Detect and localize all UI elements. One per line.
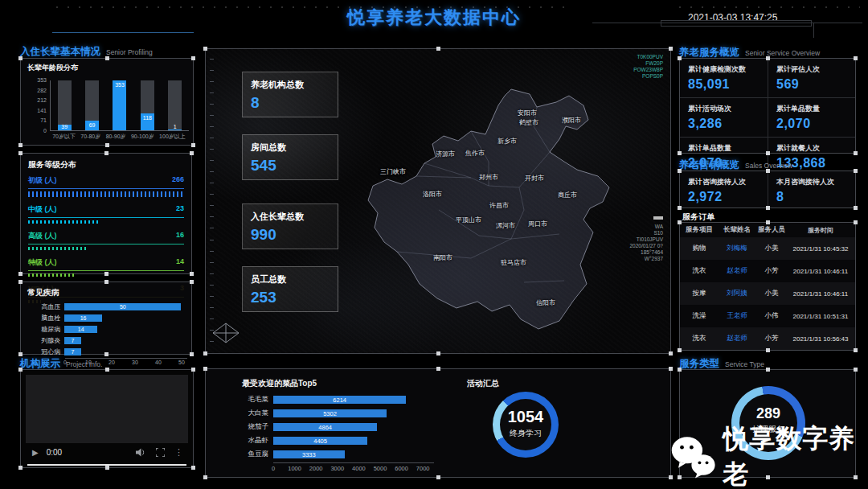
kpi-value: 85,091 — [688, 77, 760, 92]
dish-x-tick: 5000 — [374, 465, 387, 472]
sales-overview-title: 养老营销概览 — [679, 159, 739, 171]
age-bar[interactable]: 1 — [168, 80, 182, 130]
kpi-cell[interactable]: 累计评估人次569 — [768, 59, 855, 98]
video-screen[interactable] — [26, 375, 188, 443]
overlay-line: W°2937 — [629, 256, 663, 262]
city-label[interactable]: 郑州市 — [479, 173, 498, 182]
service-level-line — [28, 270, 184, 271]
map-overlay-top-right: T0K00PUVFW20PPOW23W8PPOPS0P — [633, 54, 663, 80]
city-label[interactable]: 周口市 — [528, 220, 547, 228]
dish-row[interactable]: 水晶虾4405 — [220, 434, 434, 447]
video-controls: ▶ 0:00 ⋮ — [26, 443, 188, 461]
stat-card-label: 房间总数 — [251, 142, 330, 154]
video-time: 0:00 — [47, 448, 62, 457]
city-label[interactable]: 开封市 — [525, 174, 544, 183]
service-overview-title: 养老服务概览 — [679, 47, 739, 58]
volume-icon[interactable] — [136, 448, 146, 457]
watermark-text: 悦享数字养老 — [723, 421, 868, 489]
panel-handle — [105, 368, 109, 372]
disease-row[interactable]: 高血压50 — [27, 302, 185, 312]
order-item: 洗衣 — [680, 266, 719, 276]
disease-row[interactable]: 脑血栓16 — [27, 313, 185, 323]
order-staff: 小伟 — [755, 311, 788, 321]
stat-card[interactable]: 员工总数253 — [242, 266, 338, 312]
dish-row[interactable]: 烧茄子4864 — [220, 421, 434, 434]
panel-handle — [854, 56, 858, 60]
service-level-row[interactable]: 高级 (人)16 — [28, 231, 184, 250]
order-row[interactable]: 洗衣赵老师小芳2021/1/31 10:46:11 — [680, 260, 855, 282]
fullscreen-icon[interactable] — [156, 448, 165, 457]
age-bar[interactable]: 69 — [85, 80, 99, 130]
age-bar-value: 1 — [168, 124, 182, 129]
kpi-cell[interactable]: 累计单品数量2,070 — [768, 98, 855, 138]
overlay-line: 185°7464 — [629, 249, 663, 256]
panel-handle — [18, 352, 23, 356]
city-label[interactable]: 濮阳市 — [562, 116, 581, 125]
dish-row[interactable]: 毛毛菜6214 — [220, 393, 434, 406]
city-label[interactable]: 济源市 — [436, 150, 455, 158]
project-title: 机构展示 — [20, 358, 60, 369]
disease-track: 7 — [64, 337, 185, 344]
service-level-row-head: 中级 (人)23 — [28, 204, 184, 215]
disease-row[interactable]: 列腺炎7 — [27, 335, 185, 346]
order-row[interactable]: 购物刘梅梅小美2021/1/31 10:45:32 — [680, 237, 855, 260]
city-label[interactable]: 信阳市 — [536, 298, 555, 307]
age-y-tick: 353 — [27, 77, 47, 83]
panel-handle — [18, 368, 23, 372]
overlay-line: 2020/01/27 0? — [629, 243, 663, 249]
city-label[interactable]: 南阳市 — [433, 253, 452, 262]
stat-card[interactable]: 房间总数545 — [242, 134, 338, 180]
stat-card-label: 员工总数 — [251, 273, 330, 286]
order-row[interactable]: 洗衣赵老师小芳2021/1/31 10:56:43 — [680, 327, 855, 350]
disease-track: 16 — [64, 314, 185, 322]
service-type-title: 服务类型 — [679, 358, 719, 369]
city-label[interactable]: 驻马店市 — [501, 258, 526, 267]
order-row[interactable]: 按摩刘阿姨小美2021/1/31 10:46:11 — [680, 282, 855, 305]
disease-row[interactable]: 糖尿病14 — [27, 324, 185, 335]
dish-track: 5302 — [273, 409, 434, 417]
kpi-cell[interactable]: 累计咨询接待人次2,972 — [680, 171, 768, 210]
dish-row[interactable]: 鱼豆腐3333 — [220, 448, 434, 461]
service-level-row[interactable]: 中级 (人)23 — [28, 204, 184, 224]
city-label[interactable]: 洛阳市 — [423, 190, 442, 199]
dish-row[interactable]: 大白菜5302 — [220, 407, 434, 420]
dish-track: 4405 — [273, 437, 434, 445]
kpi-label: 累计就餐人次 — [776, 143, 847, 154]
video-menu-icon[interactable]: ⋮ — [174, 447, 183, 458]
dish-label: 烧茄子 — [220, 422, 273, 432]
kpi-cell[interactable]: 本月咨询接待人次8 — [768, 171, 855, 210]
service-level-value: 266 — [172, 175, 184, 186]
city-label[interactable]: 平顶山市 — [456, 216, 481, 224]
kpi-cell[interactable]: 累计活动场次3,286 — [680, 98, 768, 138]
activity-donut-chart[interactable]: 1054 终身学习 — [493, 392, 559, 458]
city-label[interactable]: 许昌市 — [489, 201, 509, 210]
disease-label: 糖尿病 — [27, 325, 64, 334]
panel-handle — [678, 206, 682, 210]
age-bar[interactable]: 353 — [113, 80, 126, 130]
dish-label: 大白菜 — [220, 409, 273, 418]
city-label[interactable]: 漯河市 — [496, 221, 515, 230]
dish-value: 4405 — [273, 438, 367, 445]
map-compass-icon[interactable] — [212, 323, 240, 343]
kpi-label: 累计咨询接待人次 — [688, 177, 760, 187]
play-button[interactable]: ▶ — [32, 448, 39, 457]
dish-label: 鱼豆腐 — [220, 450, 273, 459]
service-type-value: 289 — [731, 405, 805, 422]
kpi-label: 累计活动场次 — [688, 104, 760, 114]
city-label[interactable]: 安阳市 — [518, 109, 537, 117]
stat-card[interactable]: 养老机构总数8 — [242, 72, 338, 117]
age-bar[interactable]: 39 — [58, 80, 72, 130]
city-label[interactable]: 新乡市 — [497, 137, 517, 146]
kpi-cell[interactable]: 累计健康检测次数85,091 — [680, 59, 768, 98]
stat-card[interactable]: 入住长辈总数990 — [242, 203, 338, 249]
city-label[interactable]: 焦作市 — [465, 149, 485, 158]
service-level-row[interactable]: 初级 (人)266 — [28, 175, 184, 197]
order-row[interactable]: 洗澡王老师小伟2021/1/31 10:51:31 — [680, 305, 855, 327]
age-y-tick: 141 — [27, 108, 47, 113]
city-label[interactable]: 商丘市 — [558, 191, 577, 199]
map-overlay-bottom-right: WAS10TI010JPUV2020/01/27 0?185°7464W°293… — [629, 216, 663, 262]
age-bar[interactable]: 118 — [141, 80, 154, 130]
city-label[interactable]: 鹤壁市 — [519, 118, 538, 127]
city-label[interactable]: 三门峡市 — [380, 167, 406, 176]
age-bar-value: 118 — [141, 115, 154, 121]
